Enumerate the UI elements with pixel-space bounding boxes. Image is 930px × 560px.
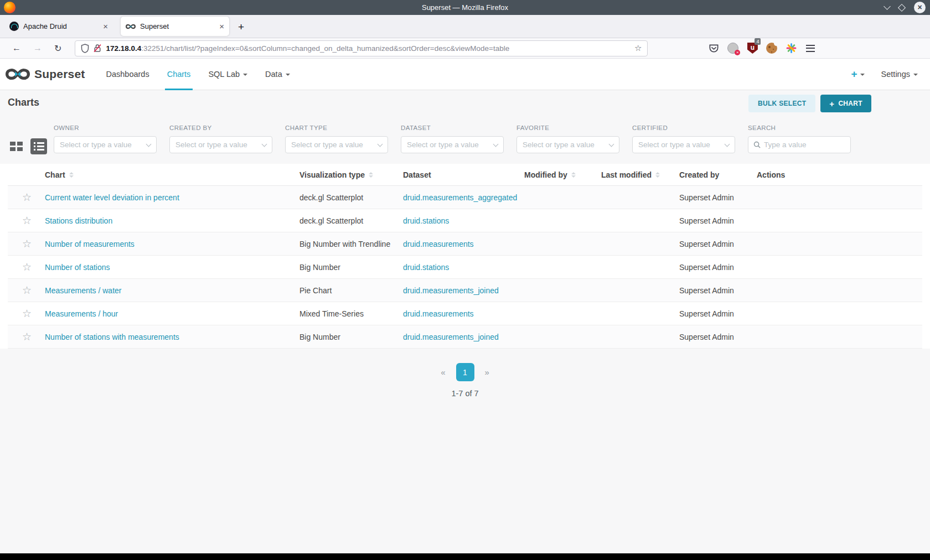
extension-icon[interactable]: × — [727, 42, 739, 54]
url-bar[interactable]: 172.18.0.4:32251/chart/list/?pageIndex=0… — [75, 40, 648, 56]
dataset-link[interactable]: druid.stations — [403, 263, 524, 272]
reload-icon[interactable]: ↻ — [54, 43, 61, 54]
bookmark-star-icon[interactable]: ☆ — [634, 43, 642, 53]
chart-name-link[interactable]: Number of measurements — [45, 240, 299, 248]
created-by-select[interactable]: Select or type a value — [169, 136, 272, 153]
card-view-icon[interactable] — [10, 142, 23, 151]
column-dataset: Dataset — [403, 170, 524, 179]
select-placeholder: Select or type a value — [638, 141, 725, 149]
filter-label: CHART TYPE — [285, 125, 401, 131]
tab-apache-druid[interactable]: Apache Druid × — [4, 17, 113, 36]
table-row: ☆ Current water level deviation in perce… — [8, 186, 922, 209]
chevron-down-icon — [913, 74, 918, 76]
forward-icon[interactable]: → — [33, 43, 42, 53]
minimize-icon[interactable] — [884, 3, 891, 10]
dataset-link[interactable]: druid.measurements — [403, 309, 524, 318]
superset-logo[interactable]: Superset — [6, 59, 85, 90]
extension-error-badge: × — [735, 50, 740, 55]
search-input[interactable] — [764, 141, 862, 149]
nav-sql-lab[interactable]: SQL Lab — [199, 59, 256, 90]
sort-icon[interactable] — [69, 172, 74, 178]
nav-charts[interactable]: Charts — [158, 59, 200, 90]
new-tab-button[interactable]: + — [238, 21, 244, 33]
owner-select[interactable]: Select or type a value — [54, 136, 157, 153]
pocket-icon[interactable] — [707, 42, 720, 54]
dataset-link[interactable]: druid.measurements — [403, 240, 524, 248]
dataset-link[interactable]: druid.measurements_joined — [403, 286, 524, 295]
nav-label: SQL Lab — [208, 70, 240, 79]
filter-label: CERTIFIED — [632, 125, 748, 131]
chart-type-select[interactable]: Select or type a value — [285, 136, 388, 153]
window-controls: × — [885, 0, 926, 15]
favorite-star-icon[interactable]: ☆ — [8, 330, 45, 343]
tab-close-icon[interactable]: × — [219, 22, 224, 30]
column-last-modified[interactable]: Last modified — [601, 170, 679, 179]
column-viz-type[interactable]: Visualization type — [299, 170, 403, 179]
pagination-next[interactable]: » — [485, 367, 489, 377]
dataset-link[interactable]: druid.measurements_aggregated — [403, 193, 524, 202]
nav-label: Dashboards — [106, 70, 149, 79]
pagination-summary: 1-7 of 7 — [0, 389, 930, 398]
sort-icon[interactable] — [655, 172, 660, 178]
superset-navbar: Superset Dashboards Charts SQL Lab Data … — [0, 59, 930, 90]
charts-table: Chart Visualization type Dataset Modifie… — [0, 164, 930, 349]
pagination-page-1[interactable]: 1 — [456, 363, 474, 381]
dataset-select[interactable]: Select or type a value — [401, 136, 504, 153]
filter-label: OWNER — [54, 125, 169, 131]
chart-name-link[interactable]: Current water level deviation in percent — [45, 193, 299, 202]
favorite-star-icon[interactable]: ☆ — [8, 261, 45, 273]
viz-type-cell: Big Number — [299, 333, 403, 341]
ublock-shield-icon[interactable]: u 4 — [746, 42, 758, 54]
favorite-star-icon[interactable]: ☆ — [8, 214, 45, 227]
sort-icon[interactable] — [369, 172, 373, 178]
nav-dashboards[interactable]: Dashboards — [97, 59, 158, 90]
druid-favicon-icon — [9, 22, 19, 31]
filter-favorite: FAVORITE Select or type a value — [516, 125, 632, 153]
column-created-by: Created by — [679, 170, 757, 179]
viz-type-cell: Pie Chart — [299, 286, 403, 295]
filter-dataset: DATASET Select or type a value — [401, 125, 516, 153]
tracking-shield-icon[interactable] — [81, 44, 89, 53]
maximize-icon[interactable] — [898, 3, 906, 11]
favorite-star-icon[interactable]: ☆ — [8, 284, 45, 297]
favorite-star-icon[interactable]: ☆ — [8, 191, 45, 204]
nav-data[interactable]: Data — [256, 59, 299, 90]
settings-menu[interactable]: Settings — [881, 70, 918, 79]
chevron-down-icon — [243, 74, 247, 76]
chart-name-link[interactable]: Measurements / hour — [45, 309, 299, 318]
bottom-black-bar — [0, 553, 930, 560]
asterisk-extension-icon[interactable] — [785, 42, 797, 54]
viz-type-cell: deck.gl Scatterplot — [299, 193, 403, 202]
filter-created-by: CREATED BY Select or type a value — [169, 125, 285, 153]
chart-name-link[interactable]: Number of stations with measurements — [45, 333, 299, 341]
favorite-star-icon[interactable]: ☆ — [8, 307, 45, 320]
back-icon[interactable]: ← — [12, 43, 21, 53]
certified-select[interactable]: Select or type a value — [632, 136, 735, 153]
brand-name: Superset — [34, 68, 85, 81]
insecure-lock-icon[interactable] — [94, 44, 101, 53]
tab-label: Apache Druid — [23, 22, 99, 30]
column-modified-by[interactable]: Modified by — [524, 170, 601, 179]
add-chart-button[interactable]: + CHART — [820, 95, 871, 112]
pagination-prev[interactable]: « — [441, 367, 445, 377]
new-item-menu[interactable]: + — [851, 68, 864, 80]
sort-icon[interactable] — [571, 172, 576, 178]
created-by-cell: Superset Admin — [679, 309, 757, 318]
chart-name-link[interactable]: Stations distribution — [45, 216, 299, 225]
favorite-select[interactable]: Select or type a value — [516, 136, 619, 153]
close-icon[interactable]: × — [914, 2, 926, 13]
charts-page: Charts BULK SELECT + CHART OWNER Select … — [0, 90, 930, 553]
favorite-star-icon[interactable]: ☆ — [8, 237, 45, 250]
chart-name-link[interactable]: Measurements / water — [45, 286, 299, 295]
list-view-icon[interactable] — [30, 138, 47, 154]
menu-icon[interactable] — [804, 42, 817, 54]
dataset-link[interactable]: druid.measurements_joined — [403, 333, 524, 341]
column-chart[interactable]: Chart — [45, 170, 299, 179]
chevron-down-icon — [378, 141, 383, 147]
cookie-icon[interactable] — [766, 42, 778, 54]
chart-name-link[interactable]: Number of stations — [45, 263, 299, 272]
dataset-link[interactable]: druid.stations — [403, 216, 524, 225]
tab-superset[interactable]: Superset × — [121, 17, 229, 36]
bulk-select-button[interactable]: BULK SELECT — [748, 95, 815, 112]
tab-close-icon[interactable]: × — [103, 22, 108, 30]
